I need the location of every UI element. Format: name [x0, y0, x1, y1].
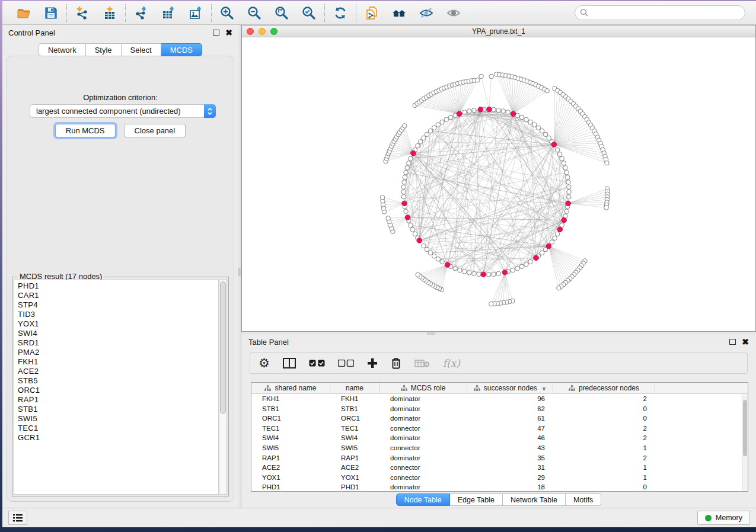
task-history-button[interactable] — [8, 511, 27, 525]
graph-node[interactable] — [425, 132, 429, 137]
table-row[interactable]: ACE2ACE2connector311 — [251, 463, 742, 473]
column-header-successor-nodes[interactable]: successor nodes∨ — [467, 383, 553, 393]
criterion-select[interactable]: largest connected component (undirected) — [30, 104, 216, 118]
graph-mcds-hub-node[interactable] — [487, 107, 492, 112]
table-cell[interactable]: FKH1 — [251, 394, 330, 404]
graph-mcds-hub-node[interactable] — [502, 270, 508, 275]
graph-node[interactable] — [553, 236, 557, 241]
graph-mcds-hub-node[interactable] — [478, 107, 483, 113]
graph-node[interactable] — [492, 107, 496, 112]
graph-node[interactable] — [404, 170, 409, 175]
tab-node-table[interactable]: Node Table — [396, 493, 450, 506]
table-cell[interactable]: YOX1 — [330, 473, 379, 483]
import-table-icon[interactable] — [101, 5, 118, 21]
import-network-icon[interactable] — [74, 5, 91, 21]
close-panel-icon[interactable]: ✖ — [225, 30, 232, 36]
mcds-result-item[interactable]: SWI5 — [18, 414, 218, 424]
mcds-result-item[interactable]: ACE2 — [18, 367, 218, 376]
graph-node[interactable] — [566, 194, 571, 199]
graph-node[interactable] — [407, 161, 412, 166]
first-neighbors-icon[interactable] — [391, 5, 407, 21]
delete-table-icon[interactable] — [414, 355, 430, 371]
table-cell[interactable]: SWI5 — [330, 443, 379, 453]
table-cell[interactable]: TEC1 — [330, 424, 379, 434]
select-all-icon[interactable] — [309, 355, 325, 371]
graph-leaf-node[interactable] — [380, 195, 385, 200]
table-row[interactable]: SWI4SWI4dominator462 — [251, 433, 742, 443]
table-cell[interactable]: 47 — [467, 424, 553, 434]
graph-node[interactable] — [511, 268, 515, 273]
run-mcds-button[interactable]: Run MCDS — [55, 124, 116, 137]
table-cell[interactable]: connector — [379, 463, 467, 473]
graph-mcds-hub-node[interactable] — [411, 150, 416, 156]
table-cell[interactable]: 0 — [553, 404, 655, 414]
graph-leaf-node[interactable] — [475, 78, 480, 83]
graph-node[interactable] — [409, 223, 413, 227]
graph-node[interactable] — [436, 123, 441, 127]
float-panel-icon[interactable] — [729, 339, 736, 345]
graph-node[interactable] — [566, 185, 571, 190]
float-panel-icon[interactable] — [213, 30, 219, 36]
graph-node[interactable] — [492, 272, 496, 277]
table-cell[interactable]: STB1 — [251, 404, 330, 414]
graph-node[interactable] — [453, 266, 458, 271]
table-cell[interactable]: FKH1 — [330, 394, 379, 404]
table-cell[interactable]: 2 — [553, 394, 655, 404]
graph-node[interactable] — [428, 251, 433, 255]
graph-node[interactable] — [422, 243, 426, 248]
mcds-result-item[interactable]: PHD1 — [18, 281, 218, 291]
table-cell[interactable]: YOX1 — [251, 473, 330, 483]
graph-mcds-hub-node[interactable] — [562, 217, 567, 223]
table-cell[interactable]: 2 — [553, 424, 655, 434]
table-cell[interactable]: dominator — [379, 482, 467, 492]
graph-mcds-hub-node[interactable] — [557, 227, 563, 232]
graph-node[interactable] — [567, 190, 572, 194]
graph-mcds-hub-node[interactable] — [534, 255, 539, 261]
table-cell[interactable]: 62 — [467, 404, 553, 414]
graph-node[interactable] — [528, 259, 533, 264]
graph-node[interactable] — [444, 117, 449, 122]
graph-node[interactable] — [410, 227, 415, 232]
tab-style[interactable]: Style — [86, 43, 122, 56]
table-cell[interactable]: SWI4 — [330, 433, 379, 443]
graph-leaf-node[interactable] — [403, 124, 407, 129]
graph-node[interactable] — [555, 148, 560, 152]
graph-node[interactable] — [428, 129, 433, 133]
graph-node[interactable] — [486, 273, 491, 277]
table-cell[interactable]: connector — [379, 443, 467, 453]
graph-node[interactable] — [506, 110, 511, 115]
delete-column-icon[interactable] — [391, 355, 401, 371]
graph-node[interactable] — [524, 262, 529, 267]
table-cell[interactable]: RAP1 — [330, 453, 379, 463]
graph-node[interactable] — [467, 271, 472, 275]
graph-leaf-node[interactable] — [479, 74, 484, 79]
split-view-icon[interactable] — [283, 355, 296, 371]
graph-node[interactable] — [425, 247, 429, 252]
graph-node[interactable] — [540, 129, 544, 133]
table-cell[interactable]: SWI4 — [251, 433, 330, 443]
table-row[interactable]: SWI5SWI5connector431 — [251, 443, 742, 453]
mcds-list-scrollbar[interactable] — [219, 280, 227, 495]
table-cell[interactable]: PHD1 — [251, 482, 330, 492]
table-cell[interactable]: RAP1 — [251, 453, 330, 463]
function-builder-icon[interactable]: f(x) — [443, 355, 460, 371]
mcds-result-item[interactable]: FKH1 — [18, 357, 218, 367]
zoom-out-icon[interactable] — [246, 5, 263, 21]
graph-node[interactable] — [566, 180, 571, 185]
table-cell[interactable]: 35 — [467, 453, 553, 463]
table-cell[interactable]: dominator — [379, 453, 467, 463]
graph-leaf-node[interactable] — [489, 74, 494, 79]
save-session-icon[interactable] — [43, 5, 59, 21]
table-row[interactable]: RAP1RAP1dominator352 — [251, 453, 742, 463]
close-panel-icon[interactable]: ✖ — [742, 339, 749, 345]
graph-node[interactable] — [564, 170, 569, 175]
table-row[interactable]: STB1STB1dominator620 — [251, 404, 742, 414]
table-cell[interactable]: 29 — [467, 473, 553, 483]
deselect-all-icon[interactable] — [338, 355, 354, 371]
graph-node[interactable] — [536, 126, 541, 130]
column-header-shared-name[interactable]: shared name — [251, 383, 330, 393]
table-row[interactable]: TEC1TEC1connector472 — [251, 424, 742, 434]
mcds-result-item[interactable]: SWI4 — [18, 329, 218, 338]
table-cell[interactable]: ORC1 — [330, 414, 379, 424]
graph-mcds-hub-node[interactable] — [481, 272, 486, 277]
